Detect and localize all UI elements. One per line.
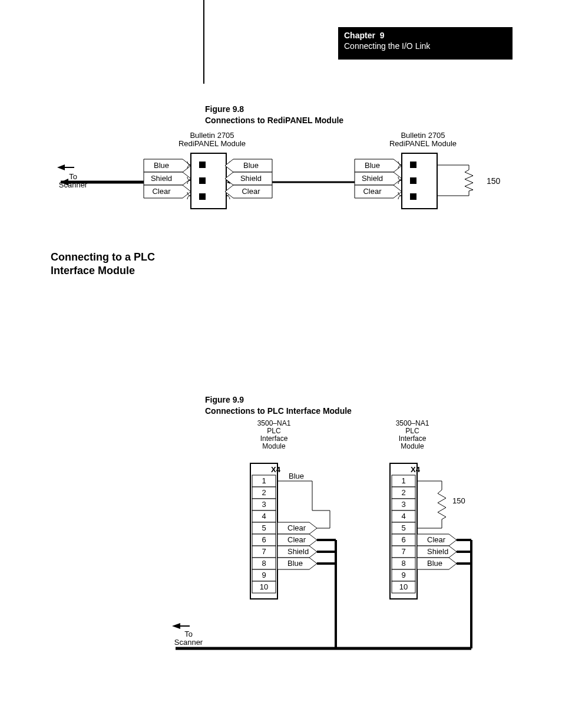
figure-99-title: Connections to PLC Interface Module xyxy=(205,406,352,416)
svg-text:4: 4 xyxy=(262,512,266,521)
section-heading-l2: Interface Module xyxy=(51,265,135,276)
svg-text:X4: X4 xyxy=(411,465,421,474)
svg-rect-27 xyxy=(402,153,437,209)
svg-text:PLC: PLC xyxy=(405,427,419,435)
svg-rect-30 xyxy=(410,193,416,200)
svg-text:Clear: Clear xyxy=(427,535,446,544)
svg-text:Clear: Clear xyxy=(242,187,260,196)
svg-text:7: 7 xyxy=(401,547,405,556)
chapter-number: 9 xyxy=(380,31,385,40)
wire-block-1a: Blue Shield Clear xyxy=(144,159,191,198)
svg-text:Shield: Shield xyxy=(287,547,309,556)
svg-text:Blue: Blue xyxy=(154,161,169,170)
to-scanner-2-l2: Scanner xyxy=(174,638,203,647)
chapter-header: Chapter 9 Connecting the I/O Link xyxy=(338,27,513,60)
svg-text:2: 2 xyxy=(401,488,405,497)
chapter-label: Chapter xyxy=(344,31,375,40)
figure-98-number: Figure 9.8 xyxy=(205,104,244,114)
svg-text:Shield: Shield xyxy=(240,174,262,183)
svg-marker-4 xyxy=(57,164,65,170)
svg-text:9: 9 xyxy=(401,571,405,579)
svg-rect-12 xyxy=(199,162,206,168)
section-heading-l1: Connecting to a PLC xyxy=(51,251,155,263)
svg-text:Blue: Blue xyxy=(289,472,304,480)
svg-text:PLC: PLC xyxy=(267,427,281,435)
figure-98-title: Connections to RediPANEL Module xyxy=(205,116,343,125)
module-2 xyxy=(398,153,437,209)
terminator-resistor: 150 xyxy=(437,165,501,196)
svg-rect-28 xyxy=(410,162,416,168)
svg-text:8: 8 xyxy=(401,559,405,568)
svg-text:Interface: Interface xyxy=(399,434,427,443)
section-heading: Connecting to a PLC Interface Module xyxy=(51,251,155,278)
svg-text:3500–NA1: 3500–NA1 xyxy=(396,419,429,427)
svg-text:Interface: Interface xyxy=(260,434,288,443)
svg-rect-14 xyxy=(199,193,206,200)
svg-text:5: 5 xyxy=(262,523,266,532)
svg-text:150: 150 xyxy=(452,496,465,505)
svg-marker-122 xyxy=(172,623,180,629)
svg-rect-29 xyxy=(410,177,416,184)
svg-text:10: 10 xyxy=(260,582,268,591)
svg-text:Clear: Clear xyxy=(152,187,171,196)
to-scanner-l2: Scanner xyxy=(59,180,88,189)
module-1 xyxy=(187,153,230,209)
terminal-block-2: X4 1 2 3 4 5 6 7 8 9 10 xyxy=(390,463,421,599)
wire-block-1b: Blue Shield Clear xyxy=(225,159,272,198)
svg-text:6: 6 xyxy=(401,535,405,544)
svg-text:Shield: Shield xyxy=(362,174,383,183)
svg-text:3: 3 xyxy=(401,500,405,509)
svg-rect-13 xyxy=(199,177,206,184)
figure-98-diagram: Bulletin 2705 RediPANEL Module Bulletin … xyxy=(39,129,551,229)
svg-text:Blue: Blue xyxy=(243,161,259,170)
svg-text:Blue: Blue xyxy=(365,161,380,170)
svg-text:Shield: Shield xyxy=(151,174,172,183)
module2-label-l2: RediPANEL Module xyxy=(389,139,457,148)
figure-99-diagram: 3500–NA1 PLC Interface Module 3500–NA1 P… xyxy=(159,416,562,664)
svg-text:3500–NA1: 3500–NA1 xyxy=(257,419,291,427)
svg-text:7: 7 xyxy=(262,547,266,556)
figure-99-number: Figure 9.9 xyxy=(205,395,244,404)
svg-text:Blue: Blue xyxy=(287,559,303,568)
svg-text:5: 5 xyxy=(401,523,405,532)
svg-text:X4: X4 xyxy=(271,465,281,474)
to-scanner-2-l1: To xyxy=(184,630,193,638)
svg-text:Clear: Clear xyxy=(363,187,382,196)
svg-rect-11 xyxy=(191,153,226,209)
svg-text:9: 9 xyxy=(262,571,266,579)
wires-block-2: 150 Clear Shield Blue xyxy=(417,481,471,648)
svg-text:10: 10 xyxy=(399,582,408,591)
svg-text:1: 1 xyxy=(262,476,266,485)
svg-text:3: 3 xyxy=(262,500,266,509)
figure-99-caption: Figure 9.9 Connections to PLC Interface … xyxy=(205,394,352,417)
wire-block-2a: Blue Shield Clear xyxy=(355,159,402,198)
header-divider xyxy=(203,0,204,84)
wires-block-1: Blue Clear Clear Shield Blue xyxy=(277,472,336,648)
chapter-subtitle: Connecting the I/O Link xyxy=(344,41,507,51)
svg-text:Blue: Blue xyxy=(427,559,442,568)
to-scanner-l1: To xyxy=(69,172,77,181)
svg-text:Clear: Clear xyxy=(287,523,306,532)
svg-text:Clear: Clear xyxy=(287,535,306,544)
terminator-value: 150 xyxy=(487,176,501,186)
svg-text:Module: Module xyxy=(262,442,286,450)
svg-text:8: 8 xyxy=(262,559,266,568)
module1-label-l2: RediPANEL Module xyxy=(178,139,246,148)
module1-label-l1: Bulletin 2705 xyxy=(190,131,234,140)
svg-text:Shield: Shield xyxy=(427,547,448,556)
svg-text:4: 4 xyxy=(401,512,405,521)
figure-98-caption: Figure 9.8 Connections to RediPANEL Modu… xyxy=(205,104,343,126)
terminal-block-1: X4 1 2 3 4 5 6 7 8 9 10 xyxy=(250,463,281,599)
svg-text:6: 6 xyxy=(262,535,266,544)
svg-text:1: 1 xyxy=(401,476,405,485)
svg-text:Module: Module xyxy=(401,442,424,450)
module2-label-l1: Bulletin 2705 xyxy=(401,131,445,140)
svg-text:2: 2 xyxy=(262,488,266,497)
